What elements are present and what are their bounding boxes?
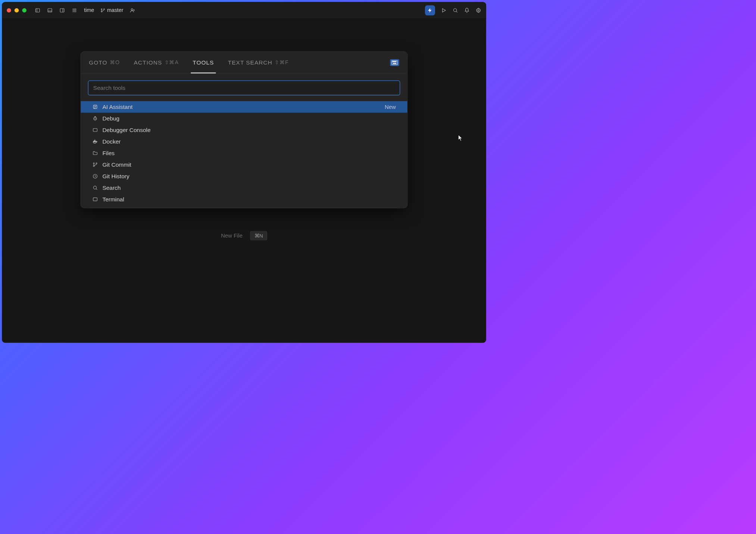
settings-icon[interactable] bbox=[475, 7, 481, 13]
tab-shortcut: ⇧⌘F bbox=[275, 59, 288, 66]
svg-rect-41 bbox=[93, 128, 97, 131]
svg-point-18 bbox=[131, 9, 133, 10]
svg-line-36 bbox=[93, 118, 94, 118]
result-git-commit[interactable]: Git Commit bbox=[81, 159, 407, 170]
new-file-hint: New File ⌘N bbox=[221, 231, 267, 241]
search-container bbox=[81, 74, 407, 95]
search-icon bbox=[92, 185, 98, 191]
svg-point-22 bbox=[453, 9, 456, 12]
svg-line-50 bbox=[96, 189, 97, 190]
svg-rect-26 bbox=[393, 61, 393, 62]
svg-line-23 bbox=[456, 11, 457, 12]
svg-point-12 bbox=[73, 11, 74, 12]
main-content: New File ⌘N GOTO ⌘O ACTIONS ⇧⌘A TOOLS TE… bbox=[2, 19, 486, 343]
result-label: Docker bbox=[102, 138, 121, 145]
svg-point-7 bbox=[74, 9, 75, 9]
tab-tools[interactable]: TOOLS bbox=[193, 51, 214, 73]
result-search[interactable]: Search bbox=[81, 182, 407, 194]
maximize-window-button[interactable] bbox=[22, 8, 26, 13]
grid-menu-icon[interactable] bbox=[72, 7, 77, 13]
minimize-window-button[interactable] bbox=[15, 8, 19, 13]
svg-point-11 bbox=[75, 10, 76, 10]
svg-marker-21 bbox=[443, 9, 446, 12]
search-button-icon[interactable] bbox=[452, 7, 458, 13]
svg-rect-27 bbox=[394, 61, 394, 62]
svg-line-39 bbox=[96, 119, 97, 119]
app-window: time master bbox=[2, 2, 486, 343]
docker-icon bbox=[92, 139, 98, 144]
palette-tabs: GOTO ⌘O ACTIONS ⇧⌘A TOOLS TEXT SEARCH ⇧⌘… bbox=[81, 51, 407, 73]
svg-rect-51 bbox=[93, 198, 97, 201]
command-palette: GOTO ⌘O ACTIONS ⇧⌘A TOOLS TEXT SEARCH ⇧⌘… bbox=[81, 51, 408, 208]
result-docker[interactable]: Docker bbox=[81, 136, 407, 147]
project-name[interactable]: time bbox=[84, 7, 94, 13]
bottom-panel-toggle-icon[interactable] bbox=[47, 7, 53, 13]
right-panel-toggle-icon[interactable] bbox=[59, 7, 65, 13]
svg-point-14 bbox=[75, 11, 76, 12]
close-window-button[interactable] bbox=[7, 8, 11, 13]
history-icon bbox=[92, 173, 98, 179]
result-label: Debugger Console bbox=[102, 127, 150, 134]
results-list: AI Assistant New Debug Debugger Console bbox=[81, 95, 407, 208]
titlebar: time master bbox=[2, 2, 486, 19]
branch-name: master bbox=[107, 7, 123, 13]
result-debugger-console[interactable]: Debugger Console bbox=[81, 124, 407, 136]
svg-rect-0 bbox=[35, 9, 40, 12]
svg-rect-29 bbox=[396, 61, 396, 62]
result-label: Debug bbox=[102, 115, 119, 122]
tab-text-search[interactable]: TEXT SEARCH ⇧⌘F bbox=[228, 51, 289, 73]
tab-shortcut: ⌘O bbox=[110, 59, 120, 66]
panel-toggles bbox=[35, 7, 77, 13]
debug-icon bbox=[92, 116, 98, 121]
folder-icon bbox=[92, 150, 98, 156]
notifications-icon[interactable] bbox=[464, 7, 469, 13]
traffic-lights bbox=[7, 8, 26, 13]
tab-label: ACTIONS bbox=[134, 59, 162, 66]
ai-icon bbox=[92, 104, 98, 110]
svg-line-38 bbox=[93, 119, 94, 119]
svg-point-9 bbox=[73, 10, 74, 10]
result-label: Terminal bbox=[102, 196, 124, 203]
keyboard-shortcuts-icon[interactable] bbox=[390, 59, 399, 66]
svg-point-10 bbox=[74, 10, 75, 10]
svg-point-46 bbox=[96, 163, 97, 164]
tab-goto[interactable]: GOTO ⌘O bbox=[89, 51, 120, 73]
new-file-label: New File bbox=[221, 232, 243, 239]
result-badge: New bbox=[385, 104, 396, 110]
result-label: Files bbox=[102, 150, 115, 157]
terminal-icon bbox=[92, 197, 98, 202]
svg-point-16 bbox=[103, 9, 104, 10]
ai-assistant-button[interactable] bbox=[425, 5, 435, 15]
svg-point-8 bbox=[75, 9, 76, 9]
tab-label: GOTO bbox=[89, 59, 107, 66]
new-file-shortcut: ⌘N bbox=[250, 231, 267, 241]
tab-shortcut: ⇧⌘A bbox=[165, 59, 179, 66]
result-files[interactable]: Files bbox=[81, 147, 407, 159]
svg-point-6 bbox=[73, 9, 74, 9]
branch-selector[interactable]: master bbox=[100, 7, 123, 13]
result-terminal[interactable]: Terminal bbox=[81, 194, 407, 205]
result-label: Git History bbox=[102, 173, 129, 180]
svg-rect-28 bbox=[394, 61, 395, 62]
mouse-cursor bbox=[458, 135, 463, 142]
lightning-icon bbox=[427, 7, 432, 13]
result-git-history[interactable]: Git History bbox=[81, 170, 407, 182]
run-button-icon[interactable] bbox=[441, 7, 446, 13]
svg-point-45 bbox=[93, 163, 94, 164]
search-input[interactable] bbox=[88, 81, 400, 95]
result-debug[interactable]: Debug bbox=[81, 113, 407, 124]
svg-point-24 bbox=[478, 10, 479, 11]
result-ai-assistant[interactable]: AI Assistant New bbox=[81, 101, 407, 113]
svg-rect-30 bbox=[393, 63, 396, 64]
svg-rect-2 bbox=[48, 9, 52, 12]
git-commit-icon bbox=[92, 162, 98, 167]
git-branch-icon bbox=[100, 8, 105, 13]
add-collaborator-icon[interactable] bbox=[129, 7, 135, 13]
result-label: AI Assistant bbox=[102, 104, 132, 110]
svg-rect-43 bbox=[94, 141, 95, 142]
result-label: Search bbox=[102, 185, 121, 191]
svg-rect-44 bbox=[94, 140, 95, 141]
tab-actions[interactable]: ACTIONS ⇧⌘A bbox=[134, 51, 179, 73]
left-panel-toggle-icon[interactable] bbox=[35, 7, 40, 13]
svg-point-13 bbox=[74, 11, 75, 12]
